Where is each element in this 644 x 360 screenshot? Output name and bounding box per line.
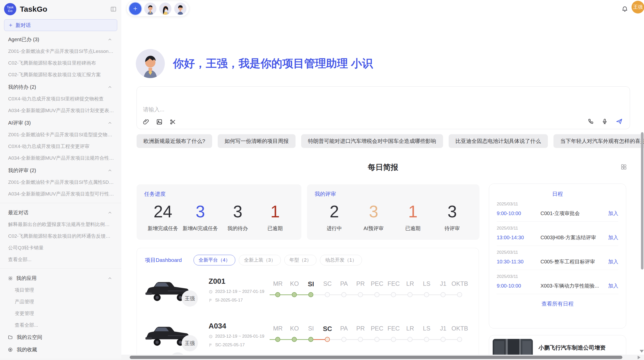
sidebar-task-item[interactable]: C02-飞腾新能源轻客改款项目立项汇报方案 (0, 69, 121, 81)
sidebar-section-header[interactable]: 我的评审 (2) (0, 164, 121, 176)
project-node-text: SI-2025-05-17 (215, 298, 243, 303)
milestone-label: LR (402, 325, 418, 333)
suggestion-chip[interactable]: 欧洲新规最近颁布了什么? (137, 134, 212, 148)
milestone-connector (446, 294, 457, 295)
schedule-item: 2025/03/119:00-10:00X003-车辆动力学性能验...加入 (497, 270, 618, 294)
suggestion-chip[interactable]: 特朗普可能对进口汽车增税会对中国车企造成哪些影响 (301, 134, 443, 148)
divider (0, 359, 121, 359)
project-info: Z0012023-12-19 ~ 2027-01-19SI-2025-05-17 (209, 277, 270, 303)
suggestion-chip[interactable]: 比亚迪全固态电池计划具体说了什么 (449, 134, 548, 148)
dashboard-filter-chip[interactable]: 动总开发（1） (320, 255, 362, 265)
sidebar-item-folder[interactable]: 我的云空间 (0, 331, 121, 343)
new-chat-button[interactable]: 新对话 (4, 19, 117, 31)
agent-avatar-1[interactable] (144, 3, 156, 15)
sidebar-task-item[interactable]: Z001-全新燃油皮卡产品开发项目SI节点Lesson Learn报告 (0, 46, 121, 57)
milestone-dot (457, 292, 462, 297)
milestone-dot (407, 337, 413, 342)
grid-apps-icon (8, 276, 13, 281)
scissors-icon[interactable] (169, 118, 176, 125)
sidebar-item-medal[interactable]: 我的收藏 (0, 343, 121, 356)
recent-chat-item[interactable]: 公司Q3轻卡销量 (0, 242, 121, 254)
logo-text-2: Go (8, 9, 12, 13)
briefing-header: 每日简报 (137, 162, 630, 173)
milestone-label: PEC (369, 325, 385, 333)
schedule-join-link[interactable]: 加入 (608, 282, 618, 289)
stat-value: 2 (315, 202, 354, 221)
microphone-icon[interactable] (601, 118, 608, 125)
stat-value: 1 (393, 202, 433, 221)
schedule-date: 2025/03/11 (497, 202, 618, 207)
app-item[interactable]: 项目管理 (0, 284, 121, 296)
suggestion-chip[interactable]: 当下年轻人对汽车外观有怎样的喜好趋势 (553, 134, 644, 148)
milestone-label: J1 (435, 280, 451, 288)
app-item[interactable]: 产品管理 (0, 296, 121, 308)
apps-view-all-link[interactable]: 查看全部... (0, 319, 121, 331)
dashboard-filter-chip[interactable]: 全新上装（3） (239, 255, 281, 265)
agent-avatar-2[interactable] (159, 3, 171, 15)
stat-label: 进行中 (315, 225, 354, 232)
briefing-card-title: 我的评审 (315, 190, 472, 198)
vertical-scrollbar-thumb[interactable] (641, 132, 643, 269)
scroll-right-arrow[interactable] (638, 356, 640, 359)
milestone-connector (346, 294, 358, 295)
sidebar-task-item[interactable]: C0X4-动力总成开发项目工程变更评审 (0, 141, 121, 152)
send-icon[interactable] (615, 117, 623, 125)
stat-block: 3新增AI完成任务 (182, 202, 219, 232)
sidebar-task-item[interactable]: Z001-全新燃油轻卡产品开发项目SI造型提交物评审 (0, 129, 121, 141)
sidebar-section-title: 我的评审 (2) (8, 167, 108, 174)
sidebar-task-item[interactable]: C02-飞腾新能源轻客改款项目里程碑画布 (0, 57, 121, 69)
notification-bell-icon[interactable] (621, 6, 628, 12)
layout-grid-icon[interactable] (620, 163, 627, 170)
stat-label: 新增AI完成任务 (182, 225, 219, 232)
schedule-view-all-link[interactable]: 查看所有日程 (497, 300, 618, 307)
project-node-text: SC-2025-05-17 (215, 342, 245, 348)
sidebar-section-header[interactable]: AI评审 (3) (0, 116, 121, 129)
sidebar-task-item[interactable]: A034-全新新能源MUV产品开发项目计划变更表编写 (0, 105, 121, 116)
phone-icon[interactable] (587, 118, 594, 125)
sidebar-task-item[interactable]: A034-全新新能源MUV产品开发项目造型可行性评审 (0, 188, 121, 200)
scroll-down-arrow[interactable] (640, 350, 644, 353)
milestone-label: PR (352, 325, 369, 333)
recent-chat-item[interactable]: 解释最新出台的欧盟报废车法规再生塑料比例被调至15%... (0, 219, 121, 230)
milestone-dot (341, 292, 346, 297)
suggestion-chip[interactable]: 如何写一份清晰的项目周报 (218, 134, 296, 148)
dashboard-filter-chip[interactable]: 年型（2） (284, 255, 317, 265)
horizontal-scrollbar-thumb[interactable] (130, 356, 622, 359)
milestone-label: SI (303, 325, 319, 333)
project-current-node: SI-2025-05-17 (209, 298, 270, 303)
recent-view-all-link[interactable]: 查看全部... (0, 254, 121, 265)
schedule-event-title: C003|H0B-方案冻结评审 (540, 234, 608, 241)
sidebar-section-header[interactable]: 最近对话 (0, 206, 121, 219)
milestone-dot (374, 292, 379, 297)
dashboard-filter-chip[interactable]: 全新平台（4） (194, 255, 236, 265)
chat-input[interactable]: 请输入... (137, 86, 630, 129)
paperclip-icon[interactable] (142, 118, 149, 125)
sidebar-section-header[interactable]: 我的应用 (0, 272, 121, 284)
project-owner-avatar: 王强 (182, 335, 198, 351)
image-icon[interactable] (156, 118, 163, 125)
agent-avatar-3[interactable] (174, 3, 186, 15)
stat-block: 3AI预评审 (354, 202, 393, 232)
sidebar-collapse-icon[interactable] (110, 6, 117, 12)
recent-chat-item[interactable]: C02-飞腾新能源轻客改款项目的闭环通告反馈情况 (0, 230, 121, 242)
schedule-event-title: X003-车辆动力学性能验... (540, 282, 608, 289)
schedule-join-link[interactable]: 加入 (608, 234, 618, 241)
schedule-join-link[interactable]: 加入 (608, 210, 618, 217)
app-item[interactable]: 变更管理 (0, 308, 121, 319)
sidebar-task-item[interactable]: Z001-全新燃油轻卡产品开发项目SI节点属性5D文件评审 (0, 176, 121, 188)
stat-label: 已逾期 (256, 225, 294, 232)
milestone-timeline: MRKOSISCPAPRPECFECLRLSJ1OKTB (270, 325, 471, 342)
add-agent-button[interactable] (129, 3, 141, 15)
sidebar-section-header[interactable]: 我的待办 (2) (0, 81, 121, 93)
sidebar-section-header[interactable]: Agent已办 (3) (0, 33, 121, 46)
milestone-connector (297, 339, 308, 340)
quick-agents-pill (126, 1, 189, 17)
schedule-row: 10:30-11:30C005-整车工程目标评审加入 (497, 258, 618, 265)
sidebar-task-item[interactable]: A034-全新新能源MUV产品开发项目法规符合性评审 (0, 152, 121, 164)
schedule-time: 10:30-11:30 (497, 259, 540, 265)
schedule-join-link[interactable]: 加入 (608, 258, 618, 265)
stat-block: 1已逾期 (256, 202, 294, 232)
project-info: A0342023-12-19 ~ 2026-01-19SC-2025-05-17 (209, 322, 270, 348)
sidebar-task-item[interactable]: C0X4-动力总成开发项目SI里程碑提交物检查 (0, 93, 121, 105)
schedule-date: 2025/03/11 (497, 226, 618, 231)
